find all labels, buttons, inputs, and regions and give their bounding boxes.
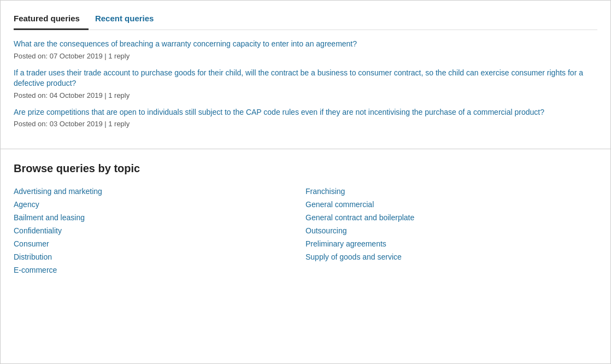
topic-link-right[interactable]: Franchising bbox=[306, 185, 597, 198]
topic-link-right[interactable]: Outsourcing bbox=[306, 224, 597, 237]
topic-link-right[interactable]: General contract and boilerplate bbox=[306, 211, 597, 224]
topic-link-left[interactable]: Consumer bbox=[14, 237, 306, 250]
query-link-3[interactable]: Are prize competitions that are open to … bbox=[14, 107, 597, 118]
query-link-1[interactable]: What are the consequences of breaching a… bbox=[14, 39, 597, 50]
browse-section: Browse queries by topic Advertising and … bbox=[1, 149, 610, 290]
query-meta-2: Posted on: 04 October 2019 | 1 reply bbox=[14, 91, 130, 99]
topic-link-right[interactable]: Preliminary agreements bbox=[306, 237, 597, 250]
topic-link-left[interactable]: Distribution bbox=[14, 250, 306, 263]
browse-title: Browse queries by topic bbox=[14, 162, 597, 175]
query-item-2: If a trader uses their trade account to … bbox=[14, 68, 597, 99]
topic-link-left[interactable]: Agency bbox=[14, 198, 306, 211]
topic-link-left[interactable]: Bailment and leasing bbox=[14, 211, 306, 224]
query-meta-1: Posted on: 07 October 2019 | 1 reply bbox=[14, 52, 130, 60]
topics-left-col: Advertising and marketingAgencyBailment … bbox=[14, 185, 306, 277]
topics-grid: Advertising and marketingAgencyBailment … bbox=[14, 185, 597, 277]
topic-link-left[interactable]: Confidentiality bbox=[14, 224, 306, 237]
query-meta-3: Posted on: 03 October 2019 | 1 reply bbox=[14, 120, 130, 128]
query-link-2[interactable]: If a trader uses their trade account to … bbox=[14, 68, 597, 89]
query-item-3: Are prize competitions that are open to … bbox=[14, 107, 597, 128]
tab-recent[interactable]: Recent queries bbox=[95, 9, 163, 30]
topic-link-right[interactable]: Supply of goods and service bbox=[306, 250, 597, 263]
topics-right-col: FranchisingGeneral commercialGeneral con… bbox=[306, 185, 597, 277]
query-item-1: What are the consequences of breaching a… bbox=[14, 39, 597, 60]
top-section: Featured queries Recent queries What are… bbox=[1, 1, 610, 149]
topic-link-right[interactable]: General commercial bbox=[306, 198, 597, 211]
tab-featured[interactable]: Featured queries bbox=[14, 9, 89, 30]
topic-link-left[interactable]: E-commerce bbox=[14, 263, 306, 277]
topic-link-left[interactable]: Advertising and marketing bbox=[14, 185, 306, 198]
tabs-bar: Featured queries Recent queries bbox=[14, 9, 597, 30]
